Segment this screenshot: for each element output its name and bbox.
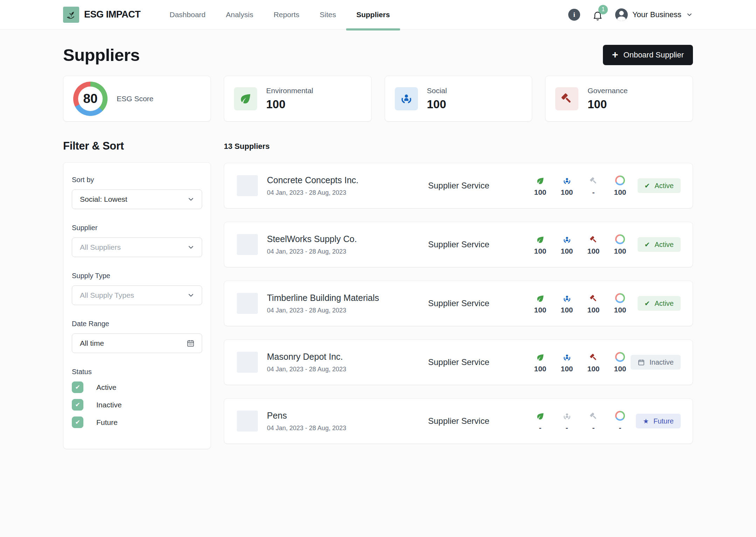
- social-icon: [558, 234, 575, 245]
- brand-name: ESG IMPACT: [84, 9, 140, 20]
- gov-card: Governance 100: [545, 76, 693, 122]
- leaf-icon: [532, 175, 549, 186]
- notification-badge: 1: [598, 5, 608, 14]
- score-value: 100: [558, 306, 575, 314]
- status-option-active[interactable]: ✔ Active: [72, 381, 202, 393]
- supplier-list: 13 Suppliers Concrete Concepts Inc. 04 J…: [224, 140, 693, 457]
- score-group: 100 100: [532, 234, 628, 255]
- supplier-type: Supplier Service: [428, 416, 520, 426]
- sort-by-select[interactable]: Social: Lowest: [72, 190, 202, 209]
- status-checkbox[interactable]: ✔: [72, 381, 83, 393]
- info-icon[interactable]: i: [568, 9, 580, 21]
- onboard-supplier-button[interactable]: + Onboard Supplier: [603, 45, 693, 65]
- status-option-label: Inactive: [96, 401, 122, 409]
- status-badge: ★ Future: [636, 414, 681, 428]
- score-value: 100: [532, 365, 549, 373]
- nav-item-suppliers[interactable]: Suppliers: [346, 0, 400, 29]
- esg-total-score: 100: [612, 175, 628, 197]
- esg-ring-icon: [612, 293, 628, 303]
- supplier-rows: Concrete Concepts Inc. 04 Jan, 2023 - 28…: [224, 163, 693, 444]
- badge-glyph: ✔: [645, 241, 650, 248]
- score-value: 100: [612, 365, 628, 373]
- environmental-score: 100: [532, 175, 549, 197]
- supplier-row[interactable]: Pens 04 Jan, 2023 - 28 Aug, 2023 Supplie…: [224, 398, 693, 444]
- score-value: 100: [612, 306, 628, 314]
- social-card: Social 100: [385, 76, 532, 122]
- avatar-icon: [615, 8, 628, 21]
- supplier-dates: 04 Jan, 2023 - 28 Aug, 2023: [267, 189, 418, 197]
- badge-glyph: ✔: [645, 300, 650, 307]
- score-value: 100: [532, 247, 549, 255]
- status-option-label: Active: [96, 383, 116, 392]
- supplier-count: 13 Suppliers: [224, 142, 693, 151]
- status-option-future[interactable]: ✔ Future: [72, 416, 202, 428]
- score-value: 100: [612, 247, 628, 255]
- social-icon: [558, 175, 575, 186]
- score-value: 100: [585, 247, 602, 255]
- status-options: ✔ Active ✔ Inactive ✔ Future: [72, 381, 202, 428]
- esg-total-score: 100: [612, 293, 628, 314]
- supply-type-value: All Supply Types: [80, 291, 134, 300]
- status-badge: ✔ Active: [638, 296, 681, 311]
- supplier-row[interactable]: Timberline Building Materials 04 Jan, 20…: [224, 281, 693, 326]
- date-range-group: Date Range All time: [72, 320, 202, 353]
- sort-by-group: Sort by Social: Lowest: [72, 176, 202, 209]
- leaf-icon: [532, 293, 549, 303]
- environmental-score: 100: [532, 352, 549, 373]
- calendar-icon: [638, 359, 645, 366]
- social-score: -: [558, 411, 575, 432]
- score-value: -: [585, 424, 602, 432]
- status-checkbox[interactable]: ✔: [72, 416, 83, 428]
- leaf-icon: [532, 352, 549, 362]
- supplier-row[interactable]: Concrete Concepts Inc. 04 Jan, 2023 - 28…: [224, 163, 693, 208]
- stat-value: 100: [587, 98, 627, 111]
- score-value: 100: [612, 188, 628, 197]
- score-group: 100 100: [532, 175, 628, 197]
- nav-item-sites[interactable]: Sites: [309, 0, 346, 29]
- supplier-value: All Suppliers: [80, 243, 121, 252]
- filter-heading: Filter & Sort: [63, 140, 211, 152]
- date-range-input[interactable]: All time: [72, 333, 202, 353]
- leaf-icon: [239, 92, 253, 106]
- supplier-type: Supplier Service: [428, 298, 520, 308]
- status-badge: ✔ Active: [638, 237, 681, 252]
- score-value: 100: [585, 365, 602, 373]
- plus-icon: +: [612, 49, 618, 60]
- stat-icon-tile: [395, 87, 418, 110]
- supplier-type: Supplier Service: [428, 240, 520, 249]
- esg-total-score: 100: [612, 234, 628, 255]
- stat-icon-tile: [555, 87, 578, 110]
- nav-item-reports[interactable]: Reports: [263, 0, 310, 29]
- notifications-button[interactable]: 1: [592, 10, 603, 21]
- hand-sprout-icon: [63, 7, 79, 23]
- nav-item-analysis[interactable]: Analysis: [216, 0, 263, 29]
- esg-ring-chart: 80: [73, 82, 108, 116]
- social-score: 100: [558, 293, 575, 314]
- brand-logo[interactable]: ESG IMPACT: [63, 7, 140, 23]
- status-badge-label: Active: [655, 300, 674, 308]
- status-option-inactive[interactable]: ✔ Inactive: [72, 399, 202, 411]
- status-badge-label: Active: [655, 182, 674, 190]
- social-icon: [558, 352, 575, 362]
- supplier-row[interactable]: Masonry Depot Inc. 04 Jan, 2023 - 28 Aug…: [224, 339, 693, 385]
- esg-total-score: 100: [612, 352, 628, 373]
- environmental-score: 100: [532, 293, 549, 314]
- supply-type-select[interactable]: All Supply Types: [72, 285, 202, 305]
- social-icon: [399, 92, 413, 106]
- supplier-select[interactable]: All Suppliers: [72, 237, 202, 257]
- supplier-type: Supplier Service: [428, 357, 520, 367]
- supplier-name: Timberline Building Materials: [267, 293, 418, 303]
- nav-item-label: Sites: [319, 11, 336, 19]
- status-checkbox[interactable]: ✔: [72, 399, 83, 411]
- esg-ring-icon: [612, 234, 628, 245]
- stat-label: Social: [427, 87, 447, 95]
- esg-total-score: -: [612, 411, 628, 432]
- account-menu[interactable]: Your Business: [615, 8, 693, 21]
- supplier-type: Supplier Service: [428, 181, 520, 191]
- supplier-row[interactable]: SteelWorks Supply Co. 04 Jan, 2023 - 28 …: [224, 222, 693, 267]
- supplier-thumbnail: [237, 234, 258, 255]
- chevron-down-icon: [187, 291, 195, 299]
- gavel-icon: [585, 175, 602, 186]
- status-badge: ✔ Active: [638, 178, 681, 193]
- nav-item-dashboard[interactable]: Dashboard: [159, 0, 216, 29]
